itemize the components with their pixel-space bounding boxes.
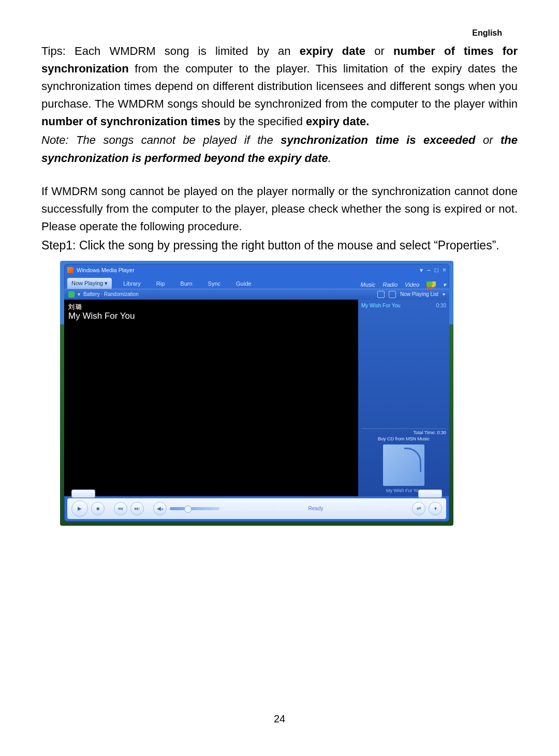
tab-burn[interactable]: Burn [176,278,196,289]
bold: synchronization time is exceeded [281,134,475,146]
main-tabs: Now Playing ▾ Library Rip Burn Sync Guid… [64,276,449,289]
tab-now-playing[interactable]: Now Playing ▾ [67,278,112,289]
play-mode-label: Battery · Randomization [83,291,139,297]
language-label: English [472,28,502,38]
text: by the specified [220,115,306,128]
dropdown-icon[interactable]: ▾ [420,266,423,274]
page-number: 24 [0,713,559,725]
volume-slider[interactable] [170,507,219,510]
buy-cd-link[interactable]: Buy CD from MSN Music [361,436,446,441]
wmp-window: Windows Media Player ▾ – □ × Now Playing… [64,264,449,522]
chevron-down-icon[interactable]: ▾ [78,291,80,297]
left-grip-button[interactable] [71,490,95,498]
bold: expiry date [300,45,365,57]
next-button[interactable]: ⏭ [130,502,144,515]
services-logo-icon[interactable] [426,281,436,289]
toggle-list-icon[interactable] [389,291,396,298]
tab-music[interactable]: Music [361,281,376,289]
bold: expiry date. [306,115,369,128]
play-button[interactable]: ▶ [71,500,88,517]
tab-sync[interactable]: Sync [204,278,225,289]
song-title: My Wish For You [68,311,135,321]
right-grip-button[interactable] [418,490,442,498]
text: Note: The songs cannot be played if the [41,134,281,146]
visualization-pane[interactable]: 刘璐 My Wish For You [64,300,358,496]
shuffle-button[interactable]: ⇄ [412,502,425,515]
tab-video[interactable]: Video [405,281,419,289]
tab-radio[interactable]: Radio [383,281,398,289]
playlist-item[interactable]: My Wish For You 0:30 [361,303,446,308]
mute-button[interactable]: ◀⁎ [153,502,167,515]
playlist-pane: My Wish For You 0:30 Total Time: 0:30 Bu… [358,300,449,496]
title-bar: Windows Media Player ▾ – □ × [64,264,449,276]
track-duration: 0:30 [436,303,446,308]
status-text: Ready [223,506,409,511]
step-1: Step1: Click the song by pressing the ri… [41,238,518,254]
text: or [475,134,501,146]
tab-label: Now Playing [71,280,103,286]
chevron-down-icon[interactable]: ▾ [443,281,446,289]
playback-controls: ▶ ■ ⏮ ⏭ ◀⁎ Ready ⇄ ▾ [67,498,446,519]
tab-guide[interactable]: Guide [232,278,255,289]
tab-library[interactable]: Library [119,278,145,289]
app-title: Windows Media Player [77,267,135,273]
track-title: My Wish For You [361,303,401,308]
viz-select-icon[interactable] [68,291,75,298]
prev-button[interactable]: ⏮ [114,502,127,515]
wmp-screenshot: Windows Media Player ▾ – □ × Now Playing… [60,261,453,526]
maximize-viz-icon[interactable] [377,291,385,298]
content-area: 刘璐 My Wish For You My Wish For You 0:30 … [64,300,449,496]
document-page: English Tips: Each WMDRM song is limited… [0,0,559,756]
paragraph-check: If WMDRM song cannot be played on the pl… [41,183,518,235]
total-time: Total Time: 0:30 [361,428,446,435]
now-playing-list-label[interactable]: Now Playing List [400,291,438,297]
text: or [365,45,393,57]
text: . [328,152,331,165]
app-icon [67,267,73,273]
paragraph-tips: Tips: Each WMDRM song is limited by an e… [41,42,518,130]
info-bar: ▾ Battery · Randomization Now Playing Li… [64,289,449,300]
compact-mode-button[interactable]: ▾ [429,502,442,515]
chevron-down-icon[interactable]: ▾ [443,291,445,297]
bold: number of synchronization times [41,115,220,128]
artist-name: 刘璐 [68,303,83,312]
album-art-icon [383,444,424,486]
chevron-down-icon: ▾ [105,280,108,286]
close-button[interactable]: × [443,266,446,274]
minimize-button[interactable]: – [427,266,431,274]
tab-rip[interactable]: Rip [152,278,169,289]
text: Tips: Each WMDRM song is limited by an [41,45,300,57]
stop-button[interactable]: ■ [91,502,105,515]
paragraph-note: Note: The songs cannot be played if the … [41,131,518,167]
maximize-button[interactable]: □ [435,266,438,274]
